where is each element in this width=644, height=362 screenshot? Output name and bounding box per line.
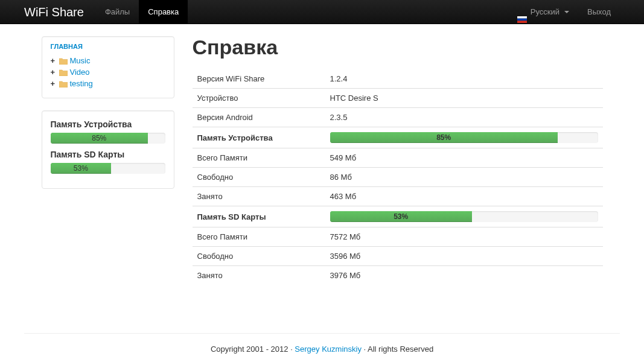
table-row: Свободно86 Мб	[193, 168, 603, 187]
footer-divider	[24, 333, 620, 334]
row-label: Всего Памяти	[193, 227, 325, 247]
row-label: Свободно	[193, 168, 325, 187]
expand-icon[interactable]: +	[51, 68, 57, 77]
table-row: Версия Android2.3.5	[193, 108, 603, 127]
row-label: Устройство	[193, 89, 325, 108]
row-label: Занято	[193, 187, 325, 206]
table-row: Занято3976 Мб	[193, 266, 603, 285]
language-dropdown[interactable]: Русский	[508, 0, 578, 24]
progress-bar: 85%	[330, 132, 598, 143]
progress-fill: 53%	[330, 211, 472, 222]
page-title: Справка	[193, 36, 603, 59]
row-value: 86 Мб	[325, 168, 603, 187]
folder-icon	[59, 69, 68, 75]
footer-prefix: Copyright 2001 - 2012 ·	[211, 345, 295, 354]
table-row: Занято463 Мб	[193, 187, 603, 206]
svg-rect-2	[517, 21, 527, 23]
footer: Copyright 2001 - 2012 · Sergey Kuzminski…	[0, 345, 644, 362]
nav-item-файлы[interactable]: Файлы	[96, 0, 139, 24]
nav-left: ФайлыСправка	[96, 0, 188, 24]
main-content: Справка Версия WiFi Share1.2.4Устройство…	[193, 36, 603, 285]
navbar: WiFi Share ФайлыСправка Русский Выход	[0, 0, 644, 24]
table-row: Всего Памяти549 Мб	[193, 148, 603, 168]
table-row: Память Устройства85%	[193, 127, 603, 148]
row-value: 463 Мб	[325, 187, 603, 206]
row-label: Всего Памяти	[193, 148, 325, 168]
folder-link[interactable]: testing	[70, 79, 93, 88]
language-label: Русский	[531, 0, 560, 24]
folder-icon	[59, 80, 68, 87]
row-value: 85%	[325, 127, 603, 148]
progress-fill: 85%	[51, 133, 148, 144]
footer-suffix: · All rights Reserved	[362, 345, 433, 354]
memory-panel: Память Устройства85%Память SD Карты53%	[42, 110, 174, 189]
logout-link[interactable]: Выход	[578, 0, 620, 24]
table-row: УстройствоHTC Desire S	[193, 89, 603, 108]
caret-down-icon	[564, 11, 569, 13]
folder-tree-panel: ГЛАВНАЯ +Music+Video+testing	[42, 36, 174, 98]
row-label: Версия Android	[193, 108, 325, 127]
row-label: Память SD Карты	[193, 206, 325, 227]
table-row: Всего Памяти7572 Мб	[193, 227, 603, 247]
row-value: 1.2.4	[325, 69, 603, 89]
brand[interactable]: WiFi Share	[24, 0, 96, 24]
row-label: Свободно	[193, 247, 325, 266]
row-value: 3596 Мб	[325, 247, 603, 266]
nav-item-справка[interactable]: Справка	[139, 0, 188, 24]
flag-ru-icon	[517, 8, 527, 15]
svg-rect-0	[517, 16, 527, 19]
progress-fill: 85%	[330, 132, 558, 143]
tree-item: +Music	[51, 55, 165, 66]
row-value: 2.3.5	[325, 108, 603, 127]
memory-title: Память SD Карты	[51, 150, 165, 159]
expand-icon[interactable]: +	[51, 79, 57, 88]
progress-bar: 53%	[330, 211, 598, 222]
table-row: Свободно3596 Мб	[193, 247, 603, 266]
row-value: HTC Desire S	[325, 89, 603, 108]
expand-icon[interactable]: +	[51, 56, 57, 65]
progress-bar: 85%	[51, 133, 165, 144]
row-value: 549 Мб	[325, 148, 603, 168]
tree-item: +Video	[51, 66, 165, 78]
nav-right: Русский Выход	[508, 0, 620, 24]
footer-author-link[interactable]: Sergey Kuzminskiy	[295, 345, 362, 354]
sidebar: ГЛАВНАЯ +Music+Video+testing Память Устр…	[42, 36, 174, 285]
info-table: Версия WiFi Share1.2.4УстройствоHTC Desi…	[193, 69, 603, 285]
row-value: 3976 Мб	[325, 266, 603, 285]
tree-item: +testing	[51, 78, 165, 89]
row-label: Занято	[193, 266, 325, 285]
folder-icon	[59, 57, 68, 64]
row-value: 53%	[325, 206, 603, 227]
row-label: Память Устройства	[193, 127, 325, 148]
memory-title: Память Устройства	[51, 119, 165, 129]
progress-fill: 53%	[51, 163, 112, 174]
progress-bar: 53%	[51, 163, 165, 174]
row-label: Версия WiFi Share	[193, 69, 325, 89]
home-link[interactable]: ГЛАВНАЯ	[51, 43, 165, 50]
table-row: Версия WiFi Share1.2.4	[193, 69, 603, 89]
svg-rect-1	[517, 19, 527, 21]
row-value: 7572 Мб	[325, 227, 603, 247]
folder-link[interactable]: Music	[70, 56, 91, 65]
table-row: Память SD Карты53%	[193, 206, 603, 227]
folder-link[interactable]: Video	[70, 68, 90, 77]
